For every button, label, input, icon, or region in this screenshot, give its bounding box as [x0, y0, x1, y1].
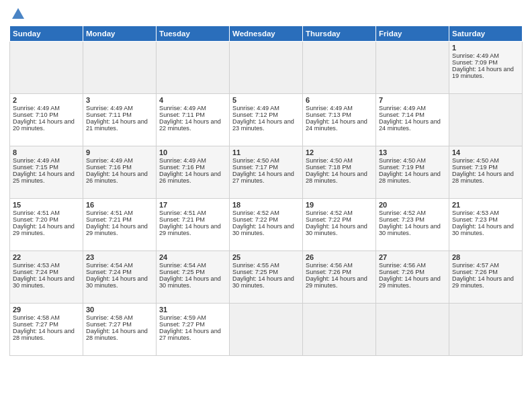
day-number: 10	[159, 148, 226, 156]
sunrise-text: Sunrise: 4:49 AM	[379, 105, 446, 111]
sunset-text: Sunset: 7:25 PM	[159, 269, 226, 275]
calendar-cell: 8Sunrise: 4:49 AMSunset: 7:15 PMDaylight…	[10, 146, 83, 199]
column-header-thursday: Thursday	[303, 26, 376, 42]
day-number: 22	[13, 253, 80, 261]
day-number: 13	[379, 148, 446, 156]
sunset-text: Sunset: 7:14 PM	[379, 111, 446, 118]
day-number: 1	[452, 44, 519, 52]
sunrise-text: Sunrise: 4:50 AM	[379, 157, 446, 164]
column-header-saturday: Saturday	[449, 26, 523, 42]
daylight-text: Daylight: 14 hours and 29 minutes.	[13, 223, 80, 236]
daylight-text: Daylight: 14 hours and 30 minutes.	[232, 223, 300, 236]
daylight-text: Daylight: 14 hours and 24 minutes.	[379, 118, 446, 132]
sunset-text: Sunset: 7:27 PM	[86, 321, 153, 328]
daylight-text: Daylight: 14 hours and 30 minutes.	[13, 275, 80, 289]
day-number: 23	[86, 253, 153, 261]
day-number: 4	[159, 96, 226, 104]
daylight-text: Daylight: 14 hours and 24 minutes.	[306, 118, 373, 132]
calendar-cell: 23Sunrise: 4:54 AMSunset: 7:24 PMDayligh…	[83, 251, 157, 304]
column-header-tuesday: Tuesday	[157, 26, 230, 42]
column-header-monday: Monday	[83, 26, 157, 42]
sunset-text: Sunset: 7:20 PM	[13, 216, 80, 223]
sunset-text: Sunset: 7:27 PM	[13, 321, 80, 328]
sunset-text: Sunset: 7:19 PM	[452, 164, 519, 171]
sunset-text: Sunset: 7:09 PM	[452, 59, 519, 66]
calendar-cell: 15Sunrise: 4:51 AMSunset: 7:20 PMDayligh…	[10, 199, 83, 251]
day-number: 5	[232, 96, 300, 104]
sunrise-text: Sunrise: 4:55 AM	[232, 262, 300, 269]
daylight-text: Daylight: 14 hours and 29 minutes.	[452, 275, 519, 289]
sunset-text: Sunset: 7:10 PM	[13, 111, 80, 118]
day-number: 17	[159, 201, 226, 209]
daylight-text: Daylight: 14 hours and 28 minutes.	[13, 328, 80, 341]
calendar-cell: 21Sunrise: 4:53 AMSunset: 7:23 PMDayligh…	[449, 199, 523, 251]
sunrise-text: Sunrise: 4:49 AM	[159, 105, 226, 111]
sunset-text: Sunset: 7:24 PM	[86, 269, 153, 275]
daylight-text: Daylight: 14 hours and 28 minutes.	[306, 171, 373, 184]
sunset-text: Sunset: 7:22 PM	[306, 216, 373, 223]
calendar-cell	[157, 42, 230, 94]
day-number: 21	[452, 201, 519, 209]
column-header-friday: Friday	[376, 26, 449, 42]
sunrise-text: Sunrise: 4:52 AM	[306, 210, 373, 216]
calendar-cell: 12Sunrise: 4:50 AMSunset: 7:18 PMDayligh…	[303, 146, 376, 199]
calendar-cell: 22Sunrise: 4:53 AMSunset: 7:24 PMDayligh…	[10, 251, 83, 304]
calendar-cell: 30Sunrise: 4:58 AMSunset: 7:27 PMDayligh…	[83, 304, 157, 356]
sunrise-text: Sunrise: 4:51 AM	[159, 210, 226, 216]
sunrise-text: Sunrise: 4:49 AM	[13, 105, 80, 111]
day-number: 7	[379, 96, 446, 104]
calendar-cell: 27Sunrise: 4:56 AMSunset: 7:26 PMDayligh…	[376, 251, 449, 304]
day-number: 29	[13, 306, 80, 314]
calendar-cell: 10Sunrise: 4:49 AMSunset: 7:16 PMDayligh…	[157, 146, 230, 199]
sunset-text: Sunset: 7:21 PM	[159, 216, 226, 223]
week-row-2: 2Sunrise: 4:49 AMSunset: 7:10 PMDaylight…	[10, 94, 523, 146]
sunrise-text: Sunrise: 4:54 AM	[86, 262, 153, 269]
sunrise-text: Sunrise: 4:58 AM	[86, 314, 153, 321]
sunset-text: Sunset: 7:25 PM	[232, 269, 300, 275]
sunset-text: Sunset: 7:26 PM	[452, 269, 519, 275]
day-number: 30	[86, 306, 153, 314]
header	[9, 7, 523, 21]
calendar-cell: 20Sunrise: 4:52 AMSunset: 7:23 PMDayligh…	[376, 199, 449, 251]
sunset-text: Sunset: 7:19 PM	[379, 164, 446, 171]
day-number: 2	[13, 96, 80, 104]
daylight-text: Daylight: 14 hours and 29 minutes.	[159, 223, 226, 236]
sunset-text: Sunset: 7:22 PM	[232, 216, 300, 223]
daylight-text: Daylight: 14 hours and 28 minutes.	[379, 171, 446, 184]
sunrise-text: Sunrise: 4:57 AM	[452, 262, 519, 269]
sunrise-text: Sunrise: 4:58 AM	[13, 314, 80, 321]
calendar-cell: 31Sunrise: 4:59 AMSunset: 7:27 PMDayligh…	[157, 304, 230, 356]
calendar-table: SundayMondayTuesdayWednesdayThursdayFrid…	[9, 26, 523, 356]
daylight-text: Daylight: 14 hours and 26 minutes.	[159, 171, 226, 184]
sunrise-text: Sunrise: 4:49 AM	[232, 105, 300, 111]
sunset-text: Sunset: 7:16 PM	[86, 164, 153, 171]
calendar-cell: 3Sunrise: 4:49 AMSunset: 7:11 PMDaylight…	[83, 94, 157, 146]
calendar-cell	[230, 42, 303, 94]
daylight-text: Daylight: 14 hours and 23 minutes.	[232, 118, 300, 132]
calendar-cell: 24Sunrise: 4:54 AMSunset: 7:25 PMDayligh…	[157, 251, 230, 304]
daylight-text: Daylight: 14 hours and 25 minutes.	[13, 171, 80, 184]
daylight-text: Daylight: 14 hours and 27 minutes.	[159, 328, 226, 341]
column-header-sunday: Sunday	[10, 26, 83, 42]
sunrise-text: Sunrise: 4:49 AM	[86, 105, 153, 111]
calendar-cell: 18Sunrise: 4:52 AMSunset: 7:22 PMDayligh…	[230, 199, 303, 251]
sunrise-text: Sunrise: 4:49 AM	[13, 157, 80, 164]
daylight-text: Daylight: 14 hours and 26 minutes.	[86, 171, 153, 184]
sunset-text: Sunset: 7:26 PM	[379, 269, 446, 275]
calendar-cell: 29Sunrise: 4:58 AMSunset: 7:27 PMDayligh…	[10, 304, 83, 356]
sunset-text: Sunset: 7:23 PM	[452, 216, 519, 223]
sunrise-text: Sunrise: 4:51 AM	[13, 210, 80, 216]
sunset-text: Sunset: 7:11 PM	[159, 111, 226, 118]
day-number: 9	[86, 148, 153, 156]
daylight-text: Daylight: 14 hours and 28 minutes.	[452, 171, 519, 184]
daylight-text: Daylight: 14 hours and 29 minutes.	[306, 275, 373, 289]
sunrise-text: Sunrise: 4:49 AM	[452, 52, 519, 59]
day-number: 18	[232, 201, 300, 209]
sunrise-text: Sunrise: 4:51 AM	[86, 210, 153, 216]
sunset-text: Sunset: 7:18 PM	[306, 164, 373, 171]
column-header-wednesday: Wednesday	[230, 26, 303, 42]
sunrise-text: Sunrise: 4:50 AM	[232, 157, 300, 164]
sunset-text: Sunset: 7:24 PM	[13, 269, 80, 275]
sunset-text: Sunset: 7:15 PM	[13, 164, 80, 171]
calendar-cell	[376, 304, 449, 356]
